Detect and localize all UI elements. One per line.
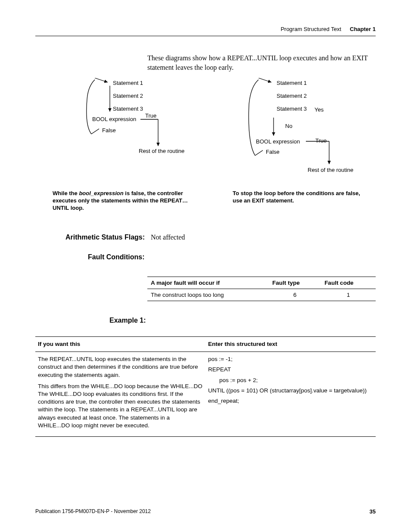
example-left-cell: The REPEAT...UNTIL loop executes the sta… [35, 352, 206, 437]
svg-line-0 [95, 78, 108, 82]
arithmetic-status-row: Arithmetic Status Flags: Not affected [65, 233, 376, 241]
table-row: The construct loops too long 6 1 [147, 289, 376, 301]
diagram-right: Statement 1 Statement 2 Statement 3 Yes … [216, 78, 367, 177]
d2-statement2: Statement 2 [277, 93, 307, 99]
code-line-1: pos := -1; [208, 355, 373, 363]
fault-table: A major fault will occur if Fault type F… [147, 277, 376, 301]
fault-conditions-heading: Fault Conditions: [88, 253, 376, 261]
running-header: Program Structured Text Chapter 1 [35, 26, 376, 32]
d1-rest: Rest of the routine [139, 148, 184, 154]
d2-true: True [315, 137, 327, 144]
caption-left-pre: While the [53, 190, 79, 196]
diagrams-row: Statement 1 Statement 2 Statement 3 BOOL… [61, 78, 376, 177]
d1-false: False [102, 127, 116, 134]
fault-th-3: Fault code [321, 277, 376, 289]
d2-no: No [285, 123, 293, 129]
d2-statement1: Statement 1 [277, 80, 307, 86]
d2-rest: Rest of the routine [308, 167, 353, 173]
diagram-captions: While the bool_expression is false, the … [53, 190, 376, 212]
arithmetic-label: Arithmetic Status Flags: [65, 233, 145, 241]
svg-line-4 [91, 129, 99, 134]
page-number: 35 [370, 508, 376, 515]
d2-statement3: Statement 3 [277, 106, 307, 112]
table-row: The REPEAT...UNTIL loop executes the sta… [35, 352, 376, 437]
d1-statement1: Statement 1 [113, 80, 143, 86]
caption-left: While the bool_expression is false, the … [53, 190, 190, 212]
example-th-2: Enter this structured text [206, 336, 376, 352]
intro-paragraph: These diagrams show how a REPEAT...UNTIL… [147, 53, 376, 72]
d2-yes: Yes [314, 106, 324, 113]
fault-th-2: Fault type [269, 277, 321, 289]
code-line-4: UNTIL ((pos = 101) OR (structarray[pos].… [208, 387, 373, 395]
header-chapter: Chapter 1 [350, 26, 376, 32]
fault-td-3: 1 [321, 289, 376, 301]
d1-statement2: Statement 2 [113, 93, 143, 99]
svg-line-5 [258, 78, 271, 82]
d1-true: True [145, 112, 156, 119]
fault-td-1: The construct loops too long [147, 289, 269, 301]
d1-statement3: Statement 3 [113, 106, 143, 112]
d1-bool-expr: BOOL expression [92, 116, 136, 122]
d2-bool-expr: BOOL expression [256, 138, 300, 145]
code-line-2: REPEAT [208, 366, 373, 373]
example-para-2: This differs from the WHILE...DO loop be… [38, 383, 203, 429]
table-header-row: A major fault will occur if Fault type F… [147, 277, 376, 289]
example-code-cell: pos := -1; REPEAT pos := pos + 2; UNTIL … [206, 352, 376, 437]
example-th-1: If you want this [35, 336, 206, 352]
example-table: If you want this Enter this structured t… [35, 336, 376, 437]
fault-th-1: A major fault will occur if [147, 277, 269, 289]
diagram-left: Statement 1 Statement 2 Statement 3 BOOL… [61, 78, 190, 160]
example-heading: Example 1: [109, 317, 376, 324]
arithmetic-value: Not affected [151, 233, 185, 241]
publication-id: Publication 1756-PM007D-EN-P - November … [35, 508, 151, 515]
table-header-row: If you want this Enter this structured t… [35, 336, 376, 352]
code-line-3: pos := pos + 2; [208, 376, 373, 384]
example-para-1: The REPEAT...UNTIL loop executes the sta… [38, 355, 203, 379]
caption-left-em: bool_expression [79, 190, 123, 196]
svg-line-9 [255, 150, 263, 156]
header-rule [35, 36, 376, 36]
page-footer: Publication 1756-PM007D-EN-P - November … [35, 508, 376, 515]
code-line-5: end_repeat; [208, 397, 373, 405]
header-section: Program Structured Text [280, 26, 341, 32]
fault-td-2: 6 [269, 289, 321, 301]
caption-right: To stop the loop before the conditions a… [233, 190, 371, 212]
d2-false: False [266, 149, 280, 155]
